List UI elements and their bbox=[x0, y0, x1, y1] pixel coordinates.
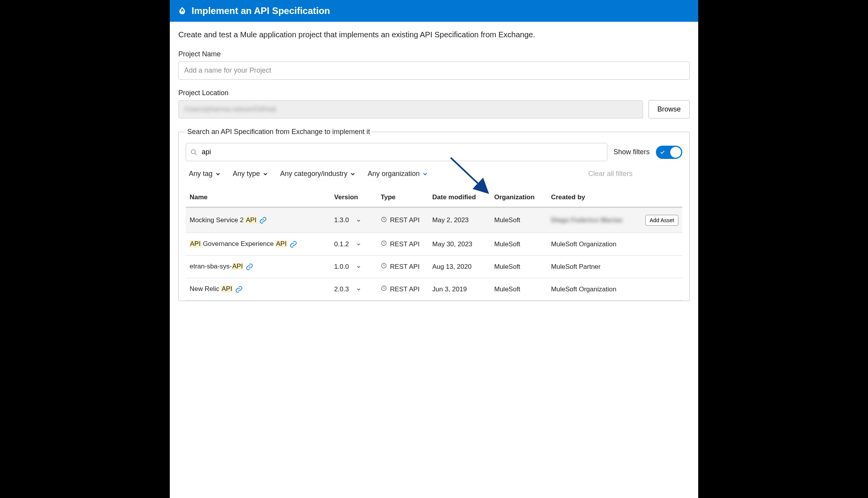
col-header-type[interactable]: Type bbox=[377, 189, 429, 207]
cell-created-by: MuleSoft Organization bbox=[547, 233, 640, 256]
api-type-icon bbox=[381, 263, 387, 271]
cell-date: Aug 13, 2020 bbox=[429, 256, 490, 278]
search-icon bbox=[190, 149, 197, 156]
link-icon[interactable] bbox=[246, 263, 253, 271]
filter-organization[interactable]: Any organization bbox=[368, 170, 428, 178]
table-row[interactable]: New Relic API2.0.3REST APIJun 3, 2019Mul… bbox=[186, 278, 682, 301]
project-location-value: /Users/pharma.nelson/GitHub bbox=[184, 105, 276, 113]
show-filters-label: Show filters bbox=[614, 148, 650, 156]
chevron-down-icon bbox=[422, 171, 428, 177]
cell-type: REST API bbox=[377, 233, 429, 256]
search-input[interactable] bbox=[186, 143, 607, 161]
cell-name: etran-sba-sys-API bbox=[186, 256, 330, 278]
col-header-org[interactable]: Organization bbox=[490, 189, 547, 207]
filter-org-label: Any organization bbox=[368, 170, 420, 178]
cell-name: New Relic API bbox=[186, 278, 330, 301]
cell-date: Jun 3, 2019 bbox=[429, 278, 490, 301]
filters-row: Any tag Any type Any category/industry A… bbox=[186, 168, 682, 189]
chevron-down-icon[interactable] bbox=[356, 218, 361, 223]
filter-category-label: Any category/industry bbox=[280, 170, 347, 178]
cell-type: REST API bbox=[377, 278, 429, 301]
filter-tag[interactable]: Any tag bbox=[189, 170, 221, 178]
chevron-down-icon bbox=[350, 171, 356, 177]
link-icon[interactable] bbox=[235, 286, 243, 293]
cell-name: Mocking Service 2 API bbox=[186, 207, 330, 233]
filter-category[interactable]: Any category/industry bbox=[280, 170, 356, 178]
link-icon[interactable] bbox=[289, 240, 297, 248]
toggle-knob bbox=[670, 147, 681, 158]
filter-type[interactable]: Any type bbox=[233, 170, 268, 178]
cell-version: 0.1.2 bbox=[330, 233, 377, 256]
cell-action bbox=[640, 233, 682, 256]
table-row[interactable]: API Governance Experience API0.1.2REST A… bbox=[186, 233, 682, 256]
link-icon[interactable] bbox=[259, 216, 267, 224]
cell-version: 1.3.0 bbox=[330, 207, 377, 233]
project-name-label: Project Name bbox=[178, 50, 690, 58]
table-row[interactable]: etran-sba-sys-API1.0.0REST APIAug 13, 20… bbox=[186, 256, 682, 278]
api-type-icon bbox=[381, 285, 387, 293]
project-name-group: Project Name bbox=[178, 50, 690, 80]
chevron-down-icon[interactable] bbox=[356, 242, 361, 247]
show-filters-toggle[interactable] bbox=[656, 146, 682, 159]
chevron-down-icon bbox=[262, 171, 268, 177]
dialog-title: Implement an API Specification bbox=[192, 5, 330, 16]
dialog-window: Implement an API Specification Create an… bbox=[170, 0, 698, 498]
col-header-name[interactable]: Name bbox=[186, 189, 330, 207]
svg-point-0 bbox=[191, 150, 195, 154]
titlebar: Implement an API Specification bbox=[170, 0, 698, 22]
cell-type: REST API bbox=[377, 207, 429, 233]
cell-name: API Governance Experience API bbox=[186, 233, 330, 256]
svg-line-1 bbox=[195, 153, 197, 155]
col-header-by[interactable]: Created by bbox=[547, 189, 640, 207]
search-input-wrap bbox=[186, 143, 607, 161]
cell-action: Add Asset bbox=[640, 207, 682, 233]
chevron-down-icon[interactable] bbox=[356, 264, 361, 270]
browse-button[interactable]: Browse bbox=[648, 100, 690, 118]
cell-action bbox=[640, 278, 682, 301]
cell-created-by: MuleSoft Partner bbox=[547, 256, 640, 278]
cell-type: REST API bbox=[377, 256, 429, 278]
cell-action bbox=[640, 256, 682, 278]
cell-created-by: Diego Federico Macias bbox=[547, 207, 640, 233]
filter-type-label: Any type bbox=[233, 170, 260, 178]
table-row[interactable]: Mocking Service 2 API1.3.0REST APIMay 2,… bbox=[186, 207, 682, 233]
cell-organization: MuleSoft bbox=[490, 278, 547, 301]
dialog-content: Create and test a Mule application proje… bbox=[170, 22, 698, 301]
api-type-icon bbox=[381, 216, 387, 225]
results-table: Name Version Type Date modified Organiza… bbox=[186, 189, 682, 301]
cell-version: 1.0.0 bbox=[330, 256, 377, 278]
cell-created-by: MuleSoft Organization bbox=[547, 278, 640, 301]
project-location-input[interactable]: /Users/pharma.nelson/GitHub bbox=[178, 100, 643, 118]
project-name-input[interactable] bbox=[178, 61, 690, 80]
mulesoft-logo-icon bbox=[178, 6, 187, 16]
chevron-down-icon bbox=[215, 171, 221, 177]
cell-organization: MuleSoft bbox=[490, 233, 547, 256]
search-legend: Search an API Specification from Exchang… bbox=[186, 128, 371, 136]
search-section: Search an API Specification from Exchang… bbox=[178, 128, 690, 301]
col-header-version[interactable]: Version bbox=[330, 189, 377, 207]
cell-version: 2.0.3 bbox=[330, 278, 377, 301]
dialog-description: Create and test a Mule application proje… bbox=[178, 30, 690, 39]
filter-tag-label: Any tag bbox=[189, 170, 213, 178]
api-type-icon bbox=[381, 240, 387, 248]
cell-organization: MuleSoft bbox=[490, 256, 547, 278]
check-icon bbox=[660, 150, 665, 155]
project-location-group: Project Location /Users/pharma.nelson/Gi… bbox=[178, 89, 690, 118]
project-location-label: Project Location bbox=[178, 89, 690, 97]
clear-filters-button[interactable]: Clear all filters bbox=[588, 170, 679, 178]
cell-date: May 2, 2023 bbox=[429, 207, 490, 233]
cell-organization: MuleSoft bbox=[490, 207, 547, 233]
cell-date: May 30, 2023 bbox=[429, 233, 490, 256]
add-asset-button[interactable]: Add Asset bbox=[645, 215, 678, 226]
chevron-down-icon[interactable] bbox=[356, 287, 361, 292]
col-header-date[interactable]: Date modified bbox=[429, 189, 490, 207]
